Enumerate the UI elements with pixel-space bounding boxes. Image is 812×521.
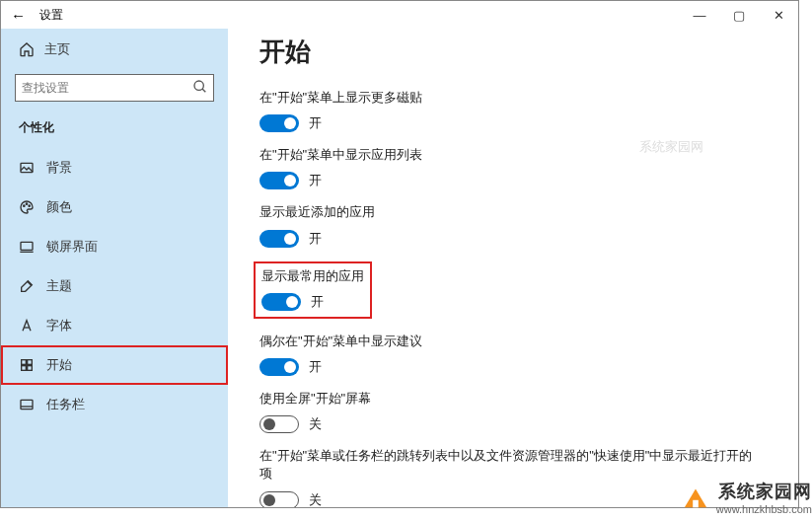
theme-icon xyxy=(19,278,35,294)
svg-point-3 xyxy=(24,205,25,206)
svg-rect-12 xyxy=(28,366,33,371)
svg-line-1 xyxy=(202,89,205,92)
close-button[interactable]: ✕ xyxy=(759,1,798,29)
window-title: 设置 xyxy=(39,7,63,24)
sidebar-item-taskbar[interactable]: 任务栏 xyxy=(1,385,228,424)
back-button[interactable]: ← xyxy=(11,7,26,24)
palette-icon xyxy=(19,199,35,215)
lockscreen-icon xyxy=(19,239,35,255)
sidebar-item-fonts[interactable]: 字体 xyxy=(1,306,228,345)
toggle-switch[interactable] xyxy=(259,114,299,132)
svg-rect-9 xyxy=(22,360,27,365)
sidebar-item-themes[interactable]: 主题 xyxy=(1,266,228,306)
toggle-state: 关 xyxy=(309,415,322,433)
toggle-state: 开 xyxy=(309,230,322,248)
setting-item: 偶尔在"开始"菜单中显示建议开 xyxy=(259,333,759,376)
setting-label: 偶尔在"开始"菜单中显示建议 xyxy=(259,333,759,350)
nav-label: 主题 xyxy=(46,277,72,295)
svg-point-0 xyxy=(194,81,203,90)
home-label: 主页 xyxy=(44,40,70,58)
nav-label: 锁屏界面 xyxy=(46,238,98,256)
svg-rect-6 xyxy=(21,242,33,250)
taskbar-icon xyxy=(19,397,35,412)
svg-rect-11 xyxy=(22,366,27,371)
nav-label: 颜色 xyxy=(46,198,72,216)
sidebar-item-lockscreen[interactable]: 锁屏界面 xyxy=(1,227,228,266)
svg-point-4 xyxy=(26,203,27,204)
font-icon xyxy=(19,318,35,334)
watermark-url: www.hnzkhbsb.com xyxy=(716,503,812,515)
minimize-button[interactable]: — xyxy=(680,1,719,29)
watermark-logo-icon xyxy=(681,484,710,511)
sidebar-item-start[interactable]: 开始 xyxy=(1,345,228,385)
setting-item: 使用全屏"开始"屏幕关 xyxy=(259,390,759,433)
setting-label: 显示最近添加的应用 xyxy=(259,203,759,221)
setting-label: 在"开始"菜单上显示更多磁贴 xyxy=(259,89,759,107)
setting-item: 显示最近添加的应用开 xyxy=(259,203,759,247)
nav-label: 字体 xyxy=(46,317,72,335)
nav-label: 背景 xyxy=(46,159,72,177)
content: 开始 在"开始"菜单上显示更多磁贴开在"开始"菜单中显示应用列表开显示最近添加的… xyxy=(228,29,798,507)
search-icon[interactable] xyxy=(192,79,208,95)
toggle-switch[interactable] xyxy=(259,172,299,189)
nav-label: 开始 xyxy=(46,356,72,374)
picture-icon xyxy=(19,160,35,176)
setting-label: 显示最常用的应用 xyxy=(261,267,364,285)
svg-rect-10 xyxy=(28,360,33,365)
setting-item: 显示最常用的应用开 xyxy=(259,261,759,319)
setting-label: 在"开始"菜单或任务栏的跳转列表中以及文件资源管理器的"快速使用"中显示最近打开… xyxy=(259,447,759,483)
svg-rect-15 xyxy=(693,500,699,507)
svg-point-5 xyxy=(29,205,30,206)
toggle-state: 关 xyxy=(309,491,322,508)
toggle-switch[interactable] xyxy=(259,230,299,248)
maximize-button[interactable]: ▢ xyxy=(719,1,759,29)
search-input[interactable] xyxy=(15,74,214,102)
toggle-state: 开 xyxy=(309,114,322,132)
page-title: 开始 xyxy=(259,35,759,69)
toggle-switch[interactable] xyxy=(259,491,299,508)
toggle-state: 开 xyxy=(311,293,324,311)
sidebar-item-colors[interactable]: 颜色 xyxy=(1,187,228,227)
watermark-faint: 系统家园网 xyxy=(639,138,703,156)
nav-label: 任务栏 xyxy=(46,396,85,413)
home-link[interactable]: 主页 xyxy=(1,31,228,68)
watermark: 系统家园网 www.hnzkhbsb.com xyxy=(681,480,812,515)
watermark-title: 系统家园网 xyxy=(716,480,812,503)
titlebar: ← 设置 — ▢ ✕ xyxy=(1,1,798,29)
sidebar-item-background[interactable]: 背景 xyxy=(1,148,228,187)
sidebar: 主页 个性化 背景 颜色 锁屏界面 xyxy=(1,29,228,507)
setting-label: 使用全屏"开始"屏幕 xyxy=(259,390,759,408)
home-icon xyxy=(19,41,35,57)
svg-rect-13 xyxy=(21,400,33,409)
toggle-state: 开 xyxy=(309,172,322,189)
toggle-switch[interactable] xyxy=(259,358,299,376)
toggle-state: 开 xyxy=(309,358,322,376)
toggle-switch[interactable] xyxy=(259,415,299,433)
start-icon xyxy=(19,357,35,373)
toggle-switch[interactable] xyxy=(261,293,301,311)
section-header: 个性化 xyxy=(1,115,228,148)
setting-item: 在"开始"菜单上显示更多磁贴开 xyxy=(259,89,759,132)
nav-list: 背景 颜色 锁屏界面 主题 字体 xyxy=(1,148,228,424)
